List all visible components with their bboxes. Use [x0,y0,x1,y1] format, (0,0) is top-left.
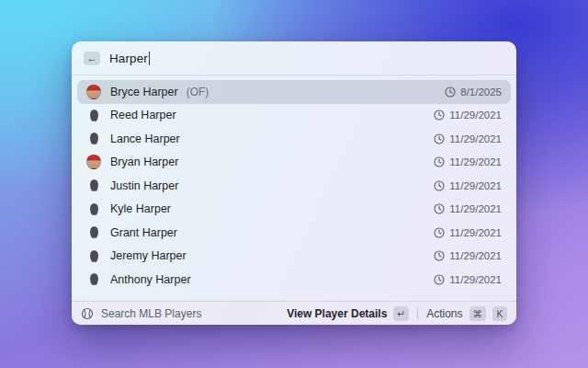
clock-icon [445,86,456,98]
row-accessory: 11/29/2021 [434,133,502,144]
k-keycap: K [492,306,507,321]
row-accessory: 11/29/2021 [434,156,502,167]
clock-icon [434,180,445,191]
search-bar: ← Harper [72,41,516,75]
player-name: Jeremy Harper [110,249,187,262]
player-silhouette-avatar [86,132,101,146]
search-query-text: Harper [109,52,148,65]
player-date: 11/29/2021 [449,227,502,238]
return-keycap: ↵ [393,306,409,321]
clock-icon [434,203,445,214]
actions-button[interactable]: Actions [426,307,462,320]
player-row[interactable]: Jeremy Harper11/29/2021 [77,245,511,269]
search-input[interactable]: Harper [109,41,504,75]
command-title: Search MLB Players [101,307,201,320]
player-name: Justin Harper [110,179,178,192]
player-row[interactable]: Bryan Harper11/29/2021 [77,151,511,175]
results-list: Bryce Harper(OF)8/1/2025Reed Harper11/29… [72,75,516,301]
player-row[interactable]: Reed Harper11/29/2021 [77,104,511,128]
clock-icon [434,156,445,167]
footer-divider [417,308,418,319]
player-date: 11/29/2021 [449,156,502,167]
desktop-background: ← Harper Bryce Harper(OF)8/1/2025Reed Ha… [0,0,588,368]
player-name: Bryce Harper [110,86,178,98]
player-row[interactable]: Justin Harper11/29/2021 [77,174,511,198]
player-date: 11/29/2021 [449,250,502,261]
player-row[interactable]: Anthony Harper11/29/2021 [77,268,511,292]
player-row[interactable]: Grant Harper11/29/2021 [77,221,511,245]
clock-icon [434,227,445,238]
text-caret [149,52,150,65]
footer-command-info: Search MLB Players [81,307,201,320]
cmd-keycap: ⌘ [469,306,487,321]
row-accessory: 11/29/2021 [434,203,502,214]
row-accessory: 8/1/2025 [445,86,502,98]
primary-action-label[interactable]: View Player Details [287,307,387,320]
player-date: 11/29/2021 [449,180,502,191]
player-date: 8/1/2025 [460,86,502,98]
back-button[interactable]: ← [84,52,100,65]
footer-actions: View Player Details ↵ Actions ⌘ K [287,306,507,321]
player-name: Kyle Harper [110,202,171,215]
player-silhouette-avatar [86,225,101,240]
player-row[interactable]: Bryce Harper(OF)8/1/2025 [77,80,511,104]
player-row[interactable]: Lance Harper11/29/2021 [77,127,511,151]
player-silhouette-avatar [86,272,101,287]
player-name: Anthony Harper [110,273,191,286]
launcher-window: ← Harper Bryce Harper(OF)8/1/2025Reed Ha… [72,41,516,325]
player-silhouette-avatar [86,201,101,216]
player-date: 11/29/2021 [449,203,502,214]
player-name: Lance Harper [110,132,180,145]
clock-icon [434,109,445,121]
player-silhouette-avatar [86,248,101,263]
row-accessory: 11/29/2021 [434,109,502,121]
player-photo-avatar [86,85,101,99]
player-date: 11/29/2021 [449,109,502,121]
row-accessory: 11/29/2021 [434,250,502,261]
row-accessory: 11/29/2021 [434,227,502,238]
baseball-icon [81,307,94,320]
player-date: 11/29/2021 [449,133,502,144]
back-arrow-icon: ← [87,52,97,65]
player-silhouette-avatar [86,108,101,122]
player-photo-avatar [86,155,101,169]
clock-icon [434,250,445,261]
player-name: Reed Harper [110,109,176,121]
player-date: 11/29/2021 [449,274,502,285]
row-accessory: 11/29/2021 [434,274,502,285]
footer-bar: Search MLB Players View Player Details ↵… [72,301,516,325]
clock-icon [434,133,445,144]
row-accessory: 11/29/2021 [434,180,502,191]
player-position: (OF) [187,86,209,98]
player-name: Bryan Harper [110,155,178,168]
player-silhouette-avatar [86,178,101,193]
clock-icon [434,274,445,285]
player-name: Grant Harper [110,226,177,239]
player-row[interactable]: Kyle Harper11/29/2021 [77,198,511,222]
